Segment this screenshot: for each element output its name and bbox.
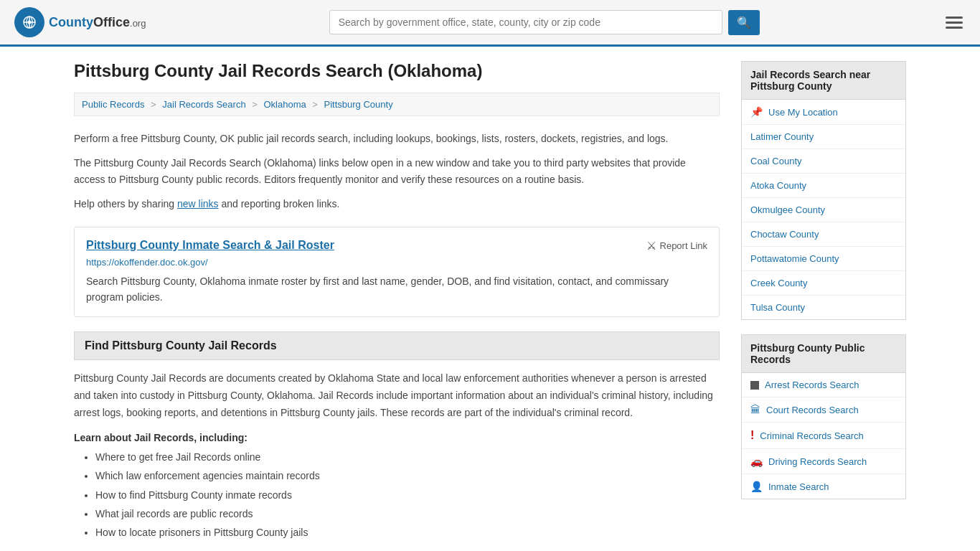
result-card: Pittsburg County Inmate Search & Jail Ro…	[74, 227, 720, 318]
breadcrumb-jail-records[interactable]: Jail Records Search	[162, 99, 245, 110]
use-location-link[interactable]: 📌 Use My Location	[742, 100, 905, 124]
nearby-section-header: Jail Records Search near Pittsburg Count…	[741, 61, 906, 100]
driving-icon: 🚗	[750, 456, 763, 467]
page-title: Pittsburg County Jail Records Search (Ok…	[74, 61, 720, 81]
list-item[interactable]: 👤 Inmate Search	[742, 474, 905, 499]
list-item[interactable]: 🏛 Court Records Search	[742, 397, 905, 423]
learn-list: Where to get free Jail Records online Wh…	[74, 449, 720, 541]
choctaw-county-link[interactable]: Choctaw County	[742, 222, 905, 246]
arrest-icon	[750, 381, 759, 390]
list-item[interactable]: Pottawatomie County	[742, 247, 905, 271]
okmulgee-county-link[interactable]: Okmulgee County	[742, 198, 905, 222]
list-item[interactable]: 🚗 Driving Records Search	[742, 449, 905, 474]
result-url: https://okoffender.doc.ok.gov/	[86, 257, 707, 268]
list-item[interactable]: Atoka County	[742, 174, 905, 198]
atoka-county-link[interactable]: Atoka County	[742, 174, 905, 197]
use-location-item[interactable]: 📌 Use My Location	[742, 100, 905, 125]
breadcrumb-sep: >	[151, 99, 156, 110]
breadcrumb-public-records[interactable]: Public Records	[82, 99, 144, 110]
breadcrumb-pittsburg[interactable]: Pittsburg County	[324, 99, 393, 110]
new-links-link[interactable]: new links	[177, 198, 219, 209]
search-input[interactable]	[329, 10, 722, 34]
coal-county-link[interactable]: Coal County	[742, 149, 905, 173]
logo-icon	[14, 7, 44, 37]
pottawatomie-county-link[interactable]: Pottawatomie County	[742, 247, 905, 270]
nearby-section: Jail Records Search near Pittsburg Count…	[741, 61, 906, 320]
list-item[interactable]: Creek County	[742, 271, 905, 296]
breadcrumb-sep2: >	[252, 99, 258, 110]
public-records-header: Pittsburg County Public Records	[741, 334, 906, 373]
tulsa-county-link[interactable]: Tulsa County	[742, 296, 905, 319]
pin-icon: 📌	[750, 106, 763, 118]
list-item[interactable]: Latimer County	[742, 125, 905, 149]
list-item[interactable]: Arrest Records Search	[742, 373, 905, 397]
header: CountyOffice.org 🔍	[0, 0, 980, 47]
report-icon: ⚔	[646, 239, 656, 253]
sidebar: Jail Records Search near Pittsburg Count…	[741, 61, 906, 544]
list-item: How to find Pittsburg County inmate reco…	[95, 487, 720, 503]
list-item: Where to get free Jail Records online	[95, 449, 720, 465]
description-3: Help others by sharing new links and rep…	[74, 196, 720, 212]
search-area: 🔍	[329, 10, 760, 35]
inmate-icon: 👤	[750, 481, 763, 492]
main-container: Pittsburg County Jail Records Search (Ok…	[60, 47, 920, 551]
svg-point-5	[28, 21, 32, 24]
result-description: Search Pittsburg County, Oklahoma inmate…	[86, 273, 707, 306]
logo-area: CountyOffice.org	[14, 7, 146, 37]
result-title: Pittsburg County Inmate Search & Jail Ro…	[86, 239, 334, 252]
list-item: How to locate prisoners in Pittsburg Cou…	[95, 524, 720, 540]
court-icon: 🏛	[750, 404, 760, 415]
list-item[interactable]: Tulsa County	[742, 296, 905, 319]
menu-icon-bar	[946, 17, 963, 19]
description-2: The Pittsburg County Jail Records Search…	[74, 155, 720, 187]
find-section-header: Find Pittsburg County Jail Records	[74, 331, 720, 360]
report-link[interactable]: ⚔ Report Link	[646, 239, 707, 253]
list-item: Which law enforcement agencies maintain …	[95, 468, 720, 484]
breadcrumb-oklahoma[interactable]: Oklahoma	[263, 99, 306, 110]
breadcrumb: Public Records > Jail Records Search > O…	[74, 93, 720, 116]
list-item: What jail records are public records	[95, 506, 720, 522]
driving-records-link[interactable]: 🚗 Driving Records Search	[742, 449, 905, 474]
find-body-text: Pittsburg County Jail Records are docume…	[74, 370, 720, 421]
creek-county-link[interactable]: Creek County	[742, 271, 905, 295]
learn-heading: Learn about Jail Records, including:	[74, 432, 720, 443]
public-records-section: Pittsburg County Public Records Arrest R…	[741, 334, 906, 499]
court-records-link[interactable]: 🏛 Court Records Search	[742, 397, 905, 422]
breadcrumb-sep3: >	[312, 99, 318, 110]
criminal-icon: !	[750, 429, 754, 442]
nearby-list: 📌 Use My Location Latimer County Coal Co…	[741, 100, 906, 320]
search-button[interactable]: 🔍	[728, 10, 760, 35]
logo-text: CountyOffice.org	[49, 15, 146, 30]
result-title-link[interactable]: Pittsburg County Inmate Search & Jail Ro…	[86, 239, 334, 251]
description-1: Perform a free Pittsburg County, OK publ…	[74, 131, 720, 146]
result-card-header: Pittsburg County Inmate Search & Jail Ro…	[86, 239, 707, 253]
search-icon: 🔍	[737, 17, 751, 29]
inmate-search-link[interactable]: 👤 Inmate Search	[742, 474, 905, 499]
list-item[interactable]: Okmulgee County	[742, 198, 905, 222]
content-area: Pittsburg County Jail Records Search (Ok…	[74, 61, 720, 544]
find-section: Find Pittsburg County Jail Records Pitts…	[74, 331, 720, 540]
criminal-records-link[interactable]: ! Criminal Records Search	[742, 423, 905, 448]
latimer-county-link[interactable]: Latimer County	[742, 125, 905, 149]
list-item[interactable]: Choctaw County	[742, 222, 905, 247]
list-item[interactable]: ! Criminal Records Search	[742, 423, 905, 449]
arrest-records-link[interactable]: Arrest Records Search	[742, 373, 905, 397]
menu-icon-bar	[946, 22, 963, 24]
list-item[interactable]: Coal County	[742, 149, 905, 174]
public-records-list: Arrest Records Search 🏛 Court Records Se…	[741, 373, 906, 499]
menu-icon-bar	[946, 27, 963, 29]
menu-button[interactable]	[943, 14, 966, 32]
